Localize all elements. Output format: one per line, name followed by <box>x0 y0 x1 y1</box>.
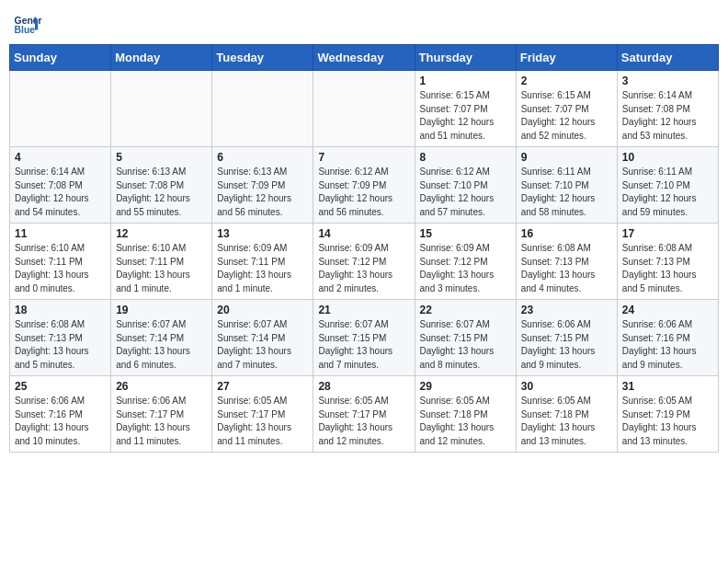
day-info: Sunrise: 6:15 AM Sunset: 7:07 PM Dayligh… <box>521 89 612 143</box>
day-number: 2 <box>521 75 612 87</box>
day-cell: 15Sunrise: 6:09 AM Sunset: 7:12 PM Dayli… <box>415 224 516 300</box>
day-cell <box>212 71 313 147</box>
svg-text:Blue: Blue <box>15 25 36 35</box>
day-number: 11 <box>15 227 106 240</box>
week-row-2: 4Sunrise: 6:14 AM Sunset: 7:08 PM Daylig… <box>10 147 719 224</box>
day-cell: 24Sunrise: 6:06 AM Sunset: 7:16 PM Dayli… <box>617 300 718 376</box>
day-info: Sunrise: 6:09 AM Sunset: 7:11 PM Dayligh… <box>217 242 308 295</box>
day-number: 16 <box>521 227 612 240</box>
day-info: Sunrise: 6:07 AM Sunset: 7:14 PM Dayligh… <box>217 318 308 372</box>
day-cell: 1Sunrise: 6:15 AM Sunset: 7:07 PM Daylig… <box>415 71 516 147</box>
day-cell: 29Sunrise: 6:05 AM Sunset: 7:18 PM Dayli… <box>415 376 516 453</box>
day-info: Sunrise: 6:07 AM Sunset: 7:15 PM Dayligh… <box>420 318 511 372</box>
day-number: 5 <box>116 151 207 164</box>
day-info: Sunrise: 6:09 AM Sunset: 7:12 PM Dayligh… <box>420 242 511 295</box>
day-info: Sunrise: 6:14 AM Sunset: 7:08 PM Dayligh… <box>622 89 713 143</box>
day-info: Sunrise: 6:05 AM Sunset: 7:18 PM Dayligh… <box>420 395 511 448</box>
day-number: 28 <box>318 380 409 393</box>
week-row-5: 25Sunrise: 6:06 AM Sunset: 7:16 PM Dayli… <box>10 376 719 453</box>
day-cell: 10Sunrise: 6:11 AM Sunset: 7:10 PM Dayli… <box>617 147 718 224</box>
day-info: Sunrise: 6:09 AM Sunset: 7:12 PM Dayligh… <box>318 242 409 295</box>
weekday-monday: Monday <box>111 45 212 71</box>
day-number: 18 <box>15 304 106 316</box>
day-cell: 5Sunrise: 6:13 AM Sunset: 7:08 PM Daylig… <box>111 147 212 224</box>
weekday-sunday: Sunday <box>10 45 111 71</box>
day-cell <box>10 71 111 147</box>
day-cell: 6Sunrise: 6:13 AM Sunset: 7:09 PM Daylig… <box>212 147 313 224</box>
weekday-wednesday: Wednesday <box>313 45 415 71</box>
week-row-3: 11Sunrise: 6:10 AM Sunset: 7:11 PM Dayli… <box>10 224 719 300</box>
day-number: 1 <box>420 75 511 87</box>
day-info: Sunrise: 6:10 AM Sunset: 7:11 PM Dayligh… <box>15 242 106 295</box>
day-info: Sunrise: 6:06 AM Sunset: 7:16 PM Dayligh… <box>15 395 106 448</box>
day-cell: 25Sunrise: 6:06 AM Sunset: 7:16 PM Dayli… <box>10 376 111 453</box>
day-cell: 2Sunrise: 6:15 AM Sunset: 7:07 PM Daylig… <box>516 71 617 147</box>
day-number: 24 <box>622 304 713 316</box>
day-cell: 3Sunrise: 6:14 AM Sunset: 7:08 PM Daylig… <box>617 71 718 147</box>
day-cell: 11Sunrise: 6:10 AM Sunset: 7:11 PM Dayli… <box>10 224 111 300</box>
day-number: 3 <box>622 75 713 87</box>
day-number: 12 <box>116 227 207 240</box>
day-info: Sunrise: 6:13 AM Sunset: 7:08 PM Dayligh… <box>116 166 207 219</box>
day-cell: 4Sunrise: 6:14 AM Sunset: 7:08 PM Daylig… <box>10 147 111 224</box>
day-cell: 27Sunrise: 6:05 AM Sunset: 7:17 PM Dayli… <box>212 376 313 453</box>
header: General Blue <box>9 9 719 39</box>
logo: General Blue <box>13 9 42 39</box>
day-cell: 21Sunrise: 6:07 AM Sunset: 7:15 PM Dayli… <box>313 300 415 376</box>
day-number: 23 <box>521 304 612 316</box>
day-cell: 26Sunrise: 6:06 AM Sunset: 7:17 PM Dayli… <box>111 376 212 453</box>
day-cell: 9Sunrise: 6:11 AM Sunset: 7:10 PM Daylig… <box>516 147 617 224</box>
day-number: 25 <box>15 380 106 393</box>
day-cell: 31Sunrise: 6:05 AM Sunset: 7:19 PM Dayli… <box>617 376 718 453</box>
weekday-tuesday: Tuesday <box>212 45 313 71</box>
day-info: Sunrise: 6:11 AM Sunset: 7:10 PM Dayligh… <box>622 166 713 219</box>
weekday-thursday: Thursday <box>415 45 516 71</box>
day-number: 31 <box>622 380 713 393</box>
day-number: 4 <box>15 151 106 164</box>
day-number: 27 <box>217 380 308 393</box>
day-number: 22 <box>420 304 511 316</box>
day-number: 9 <box>521 151 612 164</box>
day-info: Sunrise: 6:11 AM Sunset: 7:10 PM Dayligh… <box>521 166 612 219</box>
day-info: Sunrise: 6:12 AM Sunset: 7:10 PM Dayligh… <box>420 166 511 219</box>
day-info: Sunrise: 6:07 AM Sunset: 7:15 PM Dayligh… <box>318 318 409 372</box>
day-number: 21 <box>318 304 409 316</box>
day-number: 19 <box>116 304 207 316</box>
week-row-4: 18Sunrise: 6:08 AM Sunset: 7:13 PM Dayli… <box>10 300 719 376</box>
day-number: 13 <box>217 227 308 240</box>
day-number: 6 <box>217 151 308 164</box>
day-cell: 18Sunrise: 6:08 AM Sunset: 7:13 PM Dayli… <box>10 300 111 376</box>
day-number: 10 <box>622 151 713 164</box>
day-cell: 12Sunrise: 6:10 AM Sunset: 7:11 PM Dayli… <box>111 224 212 300</box>
calendar: SundayMondayTuesdayWednesdayThursdayFrid… <box>9 44 719 453</box>
day-number: 30 <box>521 380 612 393</box>
day-info: Sunrise: 6:05 AM Sunset: 7:17 PM Dayligh… <box>217 395 308 448</box>
day-cell: 7Sunrise: 6:12 AM Sunset: 7:09 PM Daylig… <box>313 147 415 224</box>
day-number: 26 <box>116 380 207 393</box>
day-info: Sunrise: 6:13 AM Sunset: 7:09 PM Dayligh… <box>217 166 308 219</box>
day-info: Sunrise: 6:10 AM Sunset: 7:11 PM Dayligh… <box>116 242 207 295</box>
day-number: 20 <box>217 304 308 316</box>
week-row-1: 1Sunrise: 6:15 AM Sunset: 7:07 PM Daylig… <box>10 71 719 147</box>
day-info: Sunrise: 6:14 AM Sunset: 7:08 PM Dayligh… <box>15 166 106 219</box>
day-cell: 13Sunrise: 6:09 AM Sunset: 7:11 PM Dayli… <box>212 224 313 300</box>
day-number: 29 <box>420 380 511 393</box>
day-info: Sunrise: 6:08 AM Sunset: 7:13 PM Dayligh… <box>622 242 713 295</box>
day-info: Sunrise: 6:05 AM Sunset: 7:18 PM Dayligh… <box>521 395 612 448</box>
day-info: Sunrise: 6:08 AM Sunset: 7:13 PM Dayligh… <box>521 242 612 295</box>
weekday-header-row: SundayMondayTuesdayWednesdayThursdayFrid… <box>10 45 719 71</box>
day-number: 7 <box>318 151 409 164</box>
day-info: Sunrise: 6:05 AM Sunset: 7:19 PM Dayligh… <box>622 395 713 448</box>
day-cell: 16Sunrise: 6:08 AM Sunset: 7:13 PM Dayli… <box>516 224 617 300</box>
day-info: Sunrise: 6:12 AM Sunset: 7:09 PM Dayligh… <box>318 166 409 219</box>
day-number: 14 <box>318 227 409 240</box>
day-cell: 14Sunrise: 6:09 AM Sunset: 7:12 PM Dayli… <box>313 224 415 300</box>
logo-icon: General Blue <box>13 9 42 39</box>
day-info: Sunrise: 6:05 AM Sunset: 7:17 PM Dayligh… <box>318 395 409 448</box>
day-number: 8 <box>420 151 511 164</box>
day-cell: 8Sunrise: 6:12 AM Sunset: 7:10 PM Daylig… <box>415 147 516 224</box>
day-number: 17 <box>622 227 713 240</box>
day-info: Sunrise: 6:07 AM Sunset: 7:14 PM Dayligh… <box>116 318 207 372</box>
day-info: Sunrise: 6:06 AM Sunset: 7:17 PM Dayligh… <box>116 395 207 448</box>
day-cell: 19Sunrise: 6:07 AM Sunset: 7:14 PM Dayli… <box>111 300 212 376</box>
